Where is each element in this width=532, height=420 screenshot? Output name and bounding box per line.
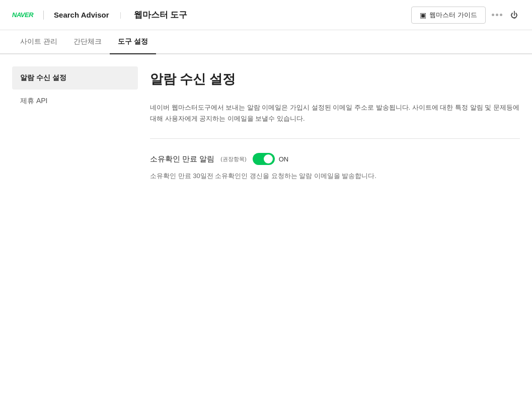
site-title: 웹마스터 도구: [134, 9, 188, 21]
dot-3: [500, 14, 502, 16]
setting-description: 소유확인 만료 30일전 소유확인인 갱신을 요청하는 알람 이메일을 발송합니…: [150, 171, 520, 182]
sidebar-item-alarm-settings[interactable]: 알람 수신 설정: [12, 66, 138, 90]
setting-badge: (권장항목): [220, 155, 246, 163]
nav-item-site-management[interactable]: 사이트 관리: [12, 30, 65, 54]
vertical-divider: ｜: [117, 11, 124, 20]
toggle-switch[interactable]: [253, 153, 275, 165]
main-nav: 사이트 관리 간단체크 도구 설정: [0, 30, 532, 54]
section-divider: [150, 138, 520, 139]
guide-button[interactable]: ▣ 웹마스터 가이드: [411, 7, 486, 24]
setting-label: 소유확인 만료 알림: [150, 154, 214, 164]
toggle-on-label: ON: [279, 155, 289, 163]
loading-dots: [492, 14, 502, 16]
dot-2: [496, 14, 498, 16]
description-text: 네이버 웹마스터도구에서 보내는 알람 이메일은 가입시 설정된 이메일 주소로…: [150, 102, 520, 124]
header: NAVER Search Advisor ｜ 웹마스터 도구 ▣ 웹마스터 가이…: [0, 0, 532, 30]
nav-item-tool-settings[interactable]: 도구 설정: [110, 30, 156, 54]
naver-logo: NAVER: [12, 11, 33, 19]
header-right: ▣ 웹마스터 가이드 ⏻: [411, 7, 520, 24]
page-title: 알람 수신 설정: [150, 70, 520, 88]
header-left: NAVER Search Advisor ｜ 웹마스터 도구: [12, 9, 187, 21]
sidebar-item-api-integration[interactable]: 제휴 API: [12, 90, 138, 113]
toggle-slider: [253, 153, 275, 165]
guide-icon: ▣: [420, 11, 426, 19]
guide-button-label: 웹마스터 가이드: [429, 11, 477, 20]
header-divider: [43, 11, 44, 20]
naver-brand: NAVER: [12, 11, 33, 19]
content-area: 알람 수신 설정 네이버 웹마스터도구에서 보내는 알람 이메일은 가입시 설정…: [150, 66, 520, 186]
nav-item-quick-check[interactable]: 간단체크: [65, 30, 110, 54]
search-advisor-label: Search Advisor: [54, 11, 109, 19]
sidebar: 알람 수신 설정 제휴 API: [12, 66, 138, 186]
setting-row: 소유확인 만료 알림 (권장항목) ON: [150, 153, 520, 165]
toggle-container: ON: [253, 153, 289, 165]
main-content: 알람 수신 설정 제휴 API 알람 수신 설정 네이버 웹마스터도구에서 보내…: [0, 54, 532, 198]
dot-1: [492, 14, 494, 16]
power-icon: ⏻: [510, 11, 518, 19]
power-button[interactable]: ⏻: [508, 9, 520, 22]
